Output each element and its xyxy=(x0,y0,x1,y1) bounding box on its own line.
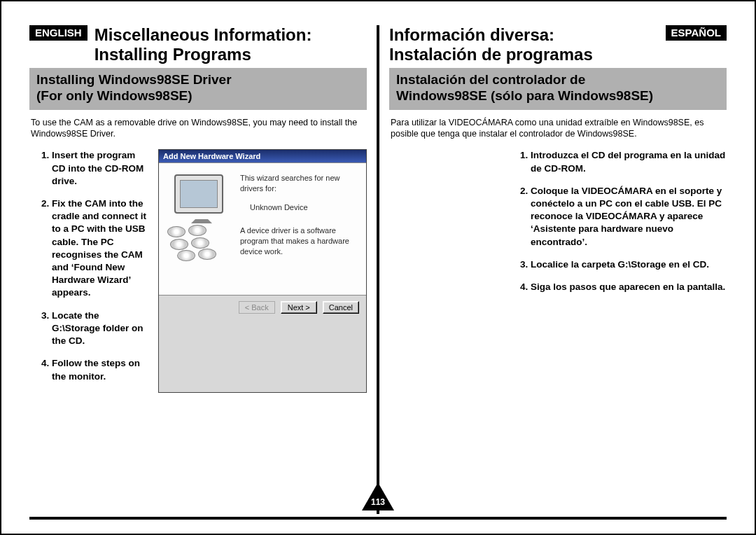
heading-row: Información diversa: Instalación de prog… xyxy=(389,25,727,64)
page-number: 113 xyxy=(371,497,385,507)
list-item: Follow the steps on the monitor. xyxy=(52,357,147,382)
subhead-line: Instalación del controlador de xyxy=(396,72,585,87)
wizard-device-name: Unknown Device xyxy=(250,202,360,213)
list-item: Siga los pasos que aparecen en la pantal… xyxy=(531,281,727,293)
list-item: Coloque la VIDEOCÁMARA en el soporte y c… xyxy=(531,185,727,249)
disc-icon xyxy=(188,225,206,236)
wizard-button-row: < Back Next > Cancel xyxy=(159,295,366,319)
section-title-english: Miscellaneous Information: Installing Pr… xyxy=(94,25,312,64)
list-item: Locate the G:\Storage folder on the CD. xyxy=(52,310,147,348)
monitor-stand-icon xyxy=(191,212,212,223)
disc-icon xyxy=(167,226,186,237)
page-inner: ENGLISH Miscellaneous Information: Insta… xyxy=(29,25,727,520)
wizard-next-button[interactable]: Next > xyxy=(281,301,317,314)
column-english: ENGLISH Miscellaneous Information: Insta… xyxy=(29,25,378,517)
list-item: Insert the program CD into the CD-ROM dr… xyxy=(52,149,147,188)
title-line: Miscellaneous Information: xyxy=(94,25,312,44)
disc-icon xyxy=(191,237,209,249)
list-item: Localice la carpeta G:\Storage en el CD. xyxy=(531,258,727,271)
wizard-cancel-button[interactable]: Cancel xyxy=(323,301,359,314)
steps-and-figure: Insert the program CD into the CD-ROM dr… xyxy=(29,149,367,393)
subhead-line: Windows98SE (sólo para Windows98SE) xyxy=(396,88,653,103)
wizard-screenshot: Add New Hardware Wizard xyxy=(158,149,367,393)
section-title-spanish: Información diversa: Instalación de prog… xyxy=(389,25,593,64)
language-badge-spanish: ESPAÑOL xyxy=(666,25,727,41)
disc-icon xyxy=(177,250,195,261)
title-line: Installing Programs xyxy=(94,45,251,64)
wizard-titlebar: Add New Hardware Wizard xyxy=(159,150,366,162)
title-line: Información diversa: xyxy=(389,25,554,44)
wizard-body: This wizard searches for new drivers for… xyxy=(159,162,366,295)
sub-heading-spanish: Instalación del controlador de Windows98… xyxy=(389,68,727,110)
wizard-illustration xyxy=(164,170,240,261)
disc-icon xyxy=(170,239,188,250)
heading-row: ENGLISH Miscellaneous Information: Insta… xyxy=(29,25,367,64)
column-spanish: Información diversa: Instalación de prog… xyxy=(378,25,727,517)
language-badge-english: ENGLISH xyxy=(29,25,88,41)
manual-page: ENGLISH Miscellaneous Information: Insta… xyxy=(0,0,756,535)
list-item: Fix the CAM into the cradle and connect … xyxy=(52,197,147,300)
sub-heading-english: Installing Windows98SE Driver (For only … xyxy=(29,68,367,110)
intro-text-english: To use the CAM as a removable drive on W… xyxy=(31,117,367,140)
page-number-badge: 113 xyxy=(362,482,394,511)
subhead-line: Installing Windows98SE Driver xyxy=(36,72,232,87)
wizard-text-line: A device driver is a software program th… xyxy=(240,225,360,257)
wizard-text: This wizard searches for new drivers for… xyxy=(240,170,360,288)
steps-list-english: Insert the program CD into the CD-ROM dr… xyxy=(29,149,147,393)
title-line: Instalación de programas xyxy=(389,45,593,64)
wizard-text-line: This wizard searches for new drivers for… xyxy=(240,173,360,194)
list-item: Introduzca el CD del programa en la unid… xyxy=(531,149,727,174)
intro-text-spanish: Para utilizar la VIDEOCÁMARA como una un… xyxy=(391,117,727,140)
monitor-icon xyxy=(174,174,223,214)
disc-icon xyxy=(198,249,216,260)
steps-list-spanish: Introduzca el CD del programa en la unid… xyxy=(508,149,727,293)
subhead-line: (For only Windows98SE) xyxy=(36,88,192,103)
wizard-back-button[interactable]: < Back xyxy=(239,301,275,314)
